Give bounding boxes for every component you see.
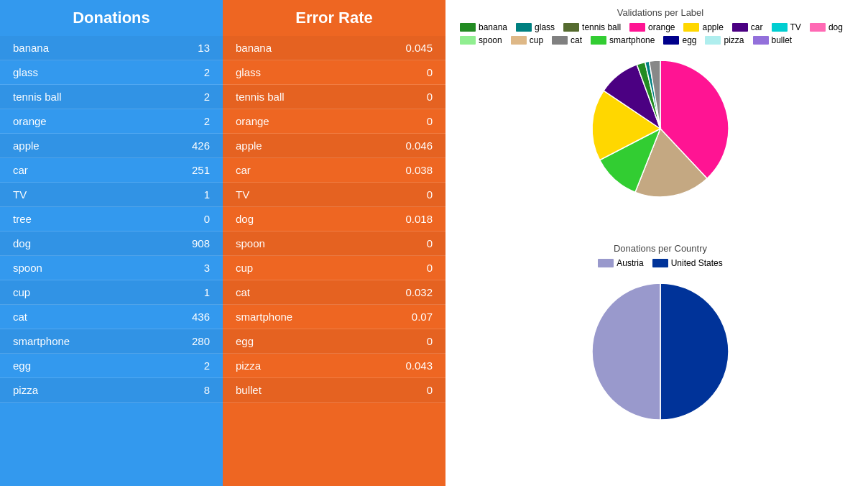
legend-label: bullet bbox=[772, 35, 793, 45]
row-value: 0 bbox=[427, 66, 433, 78]
row-label: tree bbox=[13, 213, 32, 225]
row-value: 0 bbox=[427, 262, 433, 274]
validations-pie-chart bbox=[574, 50, 747, 208]
donations-row: cat436 bbox=[0, 305, 223, 329]
legend-label: cup bbox=[530, 35, 543, 45]
donations-row: pizza8 bbox=[0, 378, 223, 403]
error-row: car0.038 bbox=[223, 158, 445, 183]
row-label: dog bbox=[236, 213, 254, 225]
legend-item: cat bbox=[552, 35, 582, 45]
legend-swatch bbox=[753, 36, 769, 45]
row-label: smartphone bbox=[236, 311, 292, 323]
legend-swatch bbox=[591, 36, 606, 45]
row-label: glass bbox=[13, 66, 38, 78]
legend-item: apple bbox=[683, 22, 723, 32]
legend-item: car bbox=[732, 22, 763, 32]
legend-item: cup bbox=[511, 35, 543, 45]
row-value: 2 bbox=[204, 91, 210, 103]
right-charts: Validations per Label bananaglasstennis … bbox=[445, 0, 868, 486]
error-rate-title: Error Rate bbox=[223, 0, 445, 36]
legend-label: orange bbox=[648, 22, 675, 32]
error-row: apple0.046 bbox=[223, 134, 445, 158]
legend-label: glass bbox=[535, 22, 555, 32]
legend-item: tennis ball bbox=[563, 22, 621, 32]
row-value: 0 bbox=[427, 91, 433, 103]
row-label: apple bbox=[13, 139, 40, 152]
row-value: 0.043 bbox=[405, 359, 433, 372]
legend-item: TV bbox=[772, 22, 801, 32]
country-pie-container bbox=[574, 272, 747, 431]
error-row: bullet0 bbox=[223, 378, 445, 403]
legend-swatch bbox=[598, 259, 614, 267]
row-label: spoon bbox=[13, 262, 42, 274]
legend-label: smartphone bbox=[609, 35, 655, 45]
legend-swatch bbox=[552, 36, 568, 45]
legend-swatch bbox=[683, 23, 699, 32]
legend-swatch bbox=[460, 23, 476, 32]
country-pie-chart bbox=[574, 272, 747, 431]
donations-row: car251 bbox=[0, 158, 223, 183]
row-label: banana bbox=[13, 42, 49, 54]
validations-legend: bananaglasstennis ballorangeapplecarTVdo… bbox=[460, 22, 861, 45]
error-row: glass0 bbox=[223, 60, 445, 85]
row-value: 1 bbox=[204, 286, 210, 298]
legend-item: smartphone bbox=[591, 35, 655, 45]
row-value: 0 bbox=[427, 335, 433, 347]
donations-row: spoon3 bbox=[0, 256, 223, 280]
legend-label: car bbox=[751, 22, 763, 32]
legend-label: dog bbox=[828, 22, 843, 32]
row-label: tennis ball bbox=[236, 91, 285, 103]
donations-country-title: Donations per Country bbox=[614, 243, 707, 254]
legend-swatch bbox=[563, 23, 579, 32]
donations-row: banana13 bbox=[0, 36, 223, 60]
legend-swatch bbox=[460, 36, 476, 45]
row-value: 3 bbox=[204, 262, 210, 274]
legend-item: glass bbox=[516, 22, 555, 32]
error-row: smartphone0.07 bbox=[223, 305, 445, 329]
row-value: 1 bbox=[204, 188, 210, 201]
row-label: glass bbox=[236, 66, 261, 78]
row-label: smartphone bbox=[13, 335, 70, 347]
donations-row: TV1 bbox=[0, 183, 223, 207]
legend-item: orange bbox=[629, 22, 675, 32]
donations-row: cup1 bbox=[0, 280, 223, 305]
legend-label: United States bbox=[671, 258, 723, 268]
row-value: 0.046 bbox=[405, 139, 433, 152]
pie-slice bbox=[592, 283, 660, 420]
donations-row: tennis ball2 bbox=[0, 85, 223, 109]
row-label: car bbox=[236, 164, 251, 176]
row-value: 8 bbox=[204, 384, 210, 396]
donations-row: glass2 bbox=[0, 60, 223, 85]
error-row: orange0 bbox=[223, 109, 445, 134]
row-label: dog bbox=[13, 237, 31, 249]
row-label: pizza bbox=[236, 359, 261, 372]
row-value: 2 bbox=[204, 359, 210, 372]
error-row: tennis ball0 bbox=[223, 85, 445, 109]
row-value: 2 bbox=[204, 66, 210, 78]
legend-swatch bbox=[629, 23, 645, 32]
row-label: car bbox=[13, 164, 28, 176]
row-label: orange bbox=[13, 115, 47, 127]
legend-swatch bbox=[732, 23, 748, 32]
row-value: 0 bbox=[427, 237, 433, 249]
legend-label: Austria bbox=[617, 258, 643, 268]
row-value: 0.032 bbox=[405, 286, 433, 298]
row-label: cat bbox=[236, 286, 250, 298]
row-value: 908 bbox=[192, 237, 210, 249]
row-label: TV bbox=[13, 188, 27, 201]
row-label: apple bbox=[236, 139, 262, 152]
error-row: egg0 bbox=[223, 329, 445, 354]
row-value: 0.018 bbox=[405, 213, 433, 225]
legend-item: United States bbox=[652, 258, 723, 268]
left-panels: Donations banana13glass2tennis ball2oran… bbox=[0, 0, 445, 486]
row-value: 251 bbox=[192, 164, 210, 176]
legend-item: bullet bbox=[753, 35, 793, 45]
legend-swatch bbox=[516, 23, 532, 32]
legend-item: egg bbox=[663, 35, 696, 45]
legend-label: cat bbox=[571, 35, 582, 45]
row-value: 0 bbox=[427, 384, 433, 396]
row-value: 0.07 bbox=[412, 311, 433, 323]
legend-label: TV bbox=[790, 22, 801, 32]
error-rate-panel: Error Rate banana0.045glass0tennis ball0… bbox=[223, 0, 445, 486]
donations-country-section: Donations per Country AustriaUnited Stat… bbox=[460, 243, 861, 479]
